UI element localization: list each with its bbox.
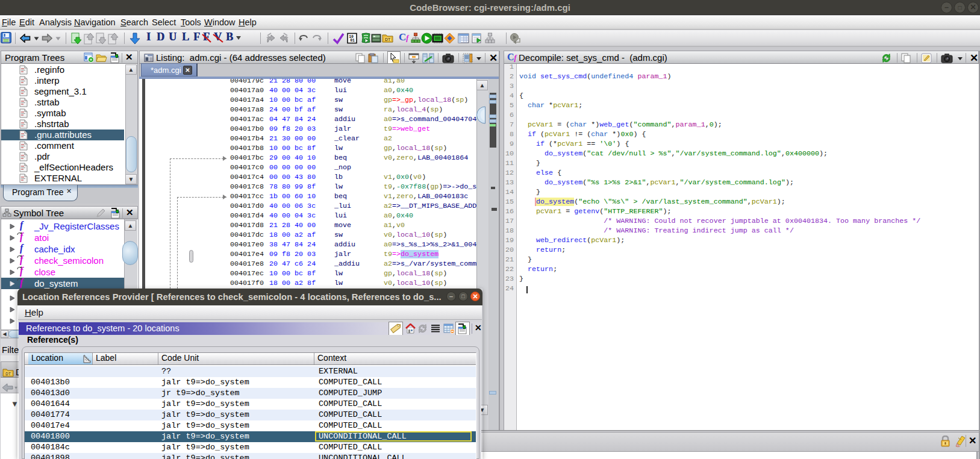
svg-text:01: 01 [350,39,355,43]
svg-text:DT: DT [5,372,11,376]
svg-text:DT: DT [385,37,391,42]
